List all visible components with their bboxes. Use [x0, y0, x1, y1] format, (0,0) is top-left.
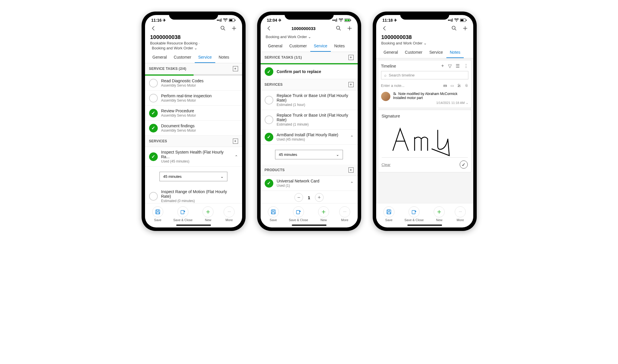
breadcrumb-dropdown[interactable]: Booking and Work Order⌄	[261, 34, 358, 41]
breadcrumb-dropdown[interactable]: Booking and Work Order⌄	[150, 46, 237, 50]
tab-notes[interactable]: Notes	[215, 52, 233, 63]
task-item[interactable]: ✓ Document findingsAssembly Servo Motor	[145, 121, 242, 136]
tab-general[interactable]: General	[380, 47, 402, 58]
task-item[interactable]: Read Diagnostic CodesAssembly Servo Moto…	[145, 76, 242, 91]
signature-canvas[interactable]	[382, 120, 468, 158]
task-checkbox[interactable]: ✓	[149, 109, 158, 117]
add-icon[interactable]: +	[441, 63, 444, 69]
add-service-icon[interactable]: +	[348, 82, 354, 87]
title-block: 1000000038 Bookable Resource Booking · B…	[145, 33, 242, 52]
section-products-header: PRODUCTS +	[261, 165, 358, 176]
camera-icon[interactable]: 📷︎	[443, 83, 447, 88]
qty-plus-button[interactable]: +	[315, 193, 324, 202]
plus-icon[interactable]	[231, 25, 237, 31]
tab-service[interactable]: Service	[310, 41, 331, 52]
note-input[interactable]: Enter a note... 📷︎ ▭ 🎤︎ 📎︎	[381, 82, 468, 89]
chevron-down-icon: ⌄	[308, 35, 311, 39]
new-button[interactable]: New	[203, 206, 214, 222]
save-close-button[interactable]: Save & Close	[404, 206, 424, 222]
search-icon: ⌕	[384, 73, 387, 77]
task-checkbox[interactable]: ✓	[149, 124, 158, 132]
add-product-icon[interactable]: +	[348, 167, 354, 173]
new-button[interactable]: New	[318, 206, 329, 222]
content[interactable]: SERVICE TASKS (2/4) + Read Diagnostic Co…	[145, 63, 242, 203]
service-item[interactable]: ✓ Inspect System Health (Flat Hourly Ra.…	[145, 147, 242, 167]
service-checkbox[interactable]	[265, 96, 273, 104]
service-item[interactable]: Inspect Range of Motion (Flat Hourly Rat…	[145, 186, 242, 203]
svg-rect-5	[157, 210, 159, 211]
chevron-down-icon[interactable]: ⌄	[466, 101, 468, 104]
task-item[interactable]: Perform real-time inspectionAssembly Ser…	[145, 91, 242, 106]
add-service-icon[interactable]: +	[233, 139, 238, 144]
tab-customer[interactable]: Customer	[170, 52, 195, 63]
service-item[interactable]: Replace Trunk or Base Unit (Flat Hourly …	[261, 110, 358, 130]
confirm-signature-button[interactable]: ✓	[460, 160, 468, 169]
more-button[interactable]: ⋯More	[339, 206, 350, 222]
tab-customer[interactable]: Customer	[401, 47, 426, 58]
signal-icon: ••ıl	[448, 18, 453, 23]
sort-icon[interactable]: ☰	[456, 63, 460, 69]
back-icon[interactable]	[150, 25, 156, 31]
search-icon[interactable]	[336, 25, 342, 31]
add-task-icon[interactable]: +	[348, 55, 354, 60]
page-title: 1000000033	[272, 26, 336, 31]
save-close-button[interactable]: Save & Close	[173, 206, 193, 222]
search-icon[interactable]	[451, 25, 457, 31]
video-icon[interactable]: ▭	[450, 83, 454, 88]
product-item[interactable]: ✓ Universal Network CardUsed (1) ⌃	[261, 176, 358, 191]
tab-customer[interactable]: Customer	[286, 41, 310, 52]
content[interactable]: SERVICE TASKS (1/1) + ✓ Confirm part to …	[261, 52, 358, 203]
more-button[interactable]: ⋯More	[455, 206, 466, 222]
task-item[interactable]: ✓ Confirm part to replace	[261, 64, 358, 79]
tab-notes[interactable]: Notes	[331, 41, 348, 52]
add-task-icon[interactable]: +	[233, 66, 238, 71]
more-icon[interactable]: ⋮	[464, 63, 468, 69]
search-timeline-input[interactable]: ⌕ Search timeline	[381, 71, 468, 79]
task-checkbox[interactable]	[149, 79, 158, 87]
mic-icon[interactable]: 🎤︎	[457, 83, 461, 88]
timeline-note[interactable]: 📝︎Note modified by Abraham McCormick Ins…	[381, 92, 468, 105]
save-button[interactable]: Save	[152, 206, 163, 222]
duration-dropdown[interactable]: 45 minutes⌄	[275, 150, 343, 159]
service-item[interactable]: ✓ ArmBand Install (Flat Hourly Rate)Used…	[261, 130, 358, 145]
back-icon[interactable]	[381, 25, 387, 31]
search-icon[interactable]	[220, 25, 226, 31]
tab-service[interactable]: Service	[195, 52, 215, 63]
service-item[interactable]: Replace Trunk or Base Unit (Flat Hourly …	[261, 90, 358, 110]
attach-icon[interactable]: 📎︎	[465, 83, 468, 88]
product-checkbox[interactable]: ✓	[265, 179, 273, 188]
wifi-icon	[339, 18, 343, 22]
more-button[interactable]: ⋯More	[224, 206, 235, 222]
breadcrumb-dropdown[interactable]: Booking and Work Order⌄	[381, 41, 468, 45]
service-checkbox[interactable]	[265, 115, 273, 124]
svg-rect-21	[388, 210, 390, 211]
chevron-up-icon[interactable]: ⌃	[350, 181, 354, 186]
back-icon[interactable]	[266, 25, 272, 31]
task-item[interactable]: ✓ Review ProcedureAssembly Servo Motor	[145, 106, 242, 121]
service-checkbox[interactable]: ✓	[265, 133, 273, 141]
task-checkbox[interactable]: ✓	[265, 67, 273, 76]
battery-icon	[229, 18, 236, 22]
tab-notes[interactable]: Notes	[446, 47, 464, 58]
save-button[interactable]: Save	[268, 206, 279, 222]
tab-general[interactable]: General	[149, 52, 170, 63]
tab-general[interactable]: General	[265, 41, 286, 52]
duration-dropdown[interactable]: 45 minutes⌄	[159, 172, 227, 181]
save-close-button[interactable]: Save & Close	[289, 206, 308, 222]
service-checkbox[interactable]: ✓	[149, 152, 158, 161]
content[interactable]: Timeline + ▽ ☰ ⋮ ⌕ Search timeline Enter…	[376, 58, 473, 203]
chevron-up-icon[interactable]: ⌃	[350, 135, 354, 139]
service-checkbox[interactable]	[149, 192, 158, 201]
save-button[interactable]: Save	[383, 206, 394, 222]
filter-icon[interactable]: ▽	[448, 63, 452, 69]
plus-icon[interactable]	[347, 25, 352, 31]
new-button[interactable]: New	[434, 206, 445, 222]
clear-button[interactable]: Clear	[382, 163, 391, 167]
tab-service[interactable]: Service	[426, 47, 446, 58]
chevron-up-icon[interactable]: ⌃	[235, 154, 238, 159]
qty-value: 1	[308, 195, 310, 200]
qty-minus-button[interactable]: −	[294, 193, 303, 202]
task-checkbox[interactable]	[149, 94, 158, 102]
plus-icon[interactable]	[462, 25, 468, 31]
svg-rect-1	[229, 19, 232, 21]
